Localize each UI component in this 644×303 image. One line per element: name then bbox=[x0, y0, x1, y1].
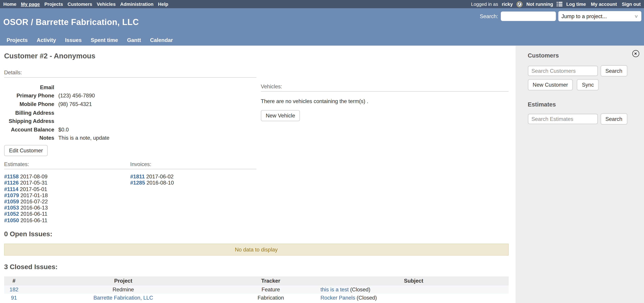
top-menu-left: HomeMy pageProjectsCustomersVehiclesAdmi… bbox=[3, 2, 168, 7]
estimate-item: #1059 2016-07-22 bbox=[4, 198, 130, 204]
logged-in-label: Logged in as bbox=[471, 2, 498, 7]
issue-subject-link[interactable]: Rocker Panels bbox=[320, 294, 355, 301]
top-menu-item-my-account[interactable]: My account bbox=[591, 2, 617, 7]
edit-customer-button[interactable]: Edit Customer bbox=[4, 145, 48, 156]
project-jump-value: Jump to a project... bbox=[562, 13, 607, 19]
invoices-list: #1811 2017-06-02#1285 2016-08-10 bbox=[130, 174, 256, 186]
top-menu-item-log-time[interactable]: Log time bbox=[566, 2, 586, 7]
time-log-list-icon[interactable] bbox=[557, 2, 563, 7]
detail-row: Primary Phone(123) 456-7890 bbox=[4, 92, 256, 100]
application-window: HomeMy pageProjectsCustomersVehiclesAdmi… bbox=[0, 0, 644, 303]
search-customers-input[interactable] bbox=[528, 66, 598, 76]
estimate-link[interactable]: #1053 bbox=[4, 205, 19, 211]
divider bbox=[4, 169, 130, 169]
detail-row: Email bbox=[4, 83, 256, 92]
detail-label: Shipping Address bbox=[4, 118, 58, 124]
invoices-section-label: Invoices: bbox=[130, 161, 256, 168]
detail-label: Mobile Phone bbox=[4, 101, 58, 107]
divider bbox=[261, 91, 508, 92]
issue-row: 182RedmineFeaturethis is a test (Closed) bbox=[4, 285, 508, 294]
top-menu-item-customers[interactable]: Customers bbox=[68, 2, 92, 7]
tab-activity[interactable]: Activity bbox=[32, 35, 60, 46]
tab-projects[interactable]: Projects bbox=[2, 35, 32, 46]
customers-search-row: Search bbox=[528, 66, 639, 76]
estimate-item: #1053 2016-06-13 bbox=[4, 205, 130, 211]
issue-id-link[interactable]: 182 bbox=[10, 286, 18, 292]
issue-id-link[interactable]: 91 bbox=[11, 294, 17, 301]
estimate-item: #1079 2017-01-18 bbox=[4, 192, 130, 198]
sidebar-customers-heading: Customers bbox=[528, 52, 639, 59]
top-menu-item-my-page[interactable]: My page bbox=[21, 2, 40, 7]
invoice-link[interactable]: #1811 bbox=[130, 174, 145, 180]
estimates-search-row: Search bbox=[528, 113, 639, 124]
logged-in-username: ricky bbox=[502, 2, 513, 7]
estimate-item: #1126 2017-05-31 bbox=[4, 180, 130, 186]
sync-button[interactable]: Sync bbox=[577, 79, 599, 90]
detail-row: Shipping Address bbox=[4, 117, 256, 125]
divider bbox=[130, 169, 256, 169]
estimate-link[interactable]: #1158 bbox=[4, 174, 19, 180]
invoices-section: Invoices: #1811 2017-06-02#1285 2016-08-… bbox=[130, 161, 256, 224]
sidebar-estimates-heading: Estimates bbox=[528, 101, 639, 108]
estimate-item: #1052 2016-06-11 bbox=[4, 211, 130, 217]
customers-actions-row: New Customer Sync bbox=[528, 79, 639, 90]
estimate-link[interactable]: #1052 bbox=[4, 211, 19, 217]
new-customer-button[interactable]: New Customer bbox=[528, 79, 573, 90]
tab-spent-time[interactable]: Spent time bbox=[86, 35, 122, 46]
page-title: Customer #2 - Anonymous bbox=[4, 52, 508, 60]
estimate-link[interactable]: #1126 bbox=[4, 180, 19, 186]
closed-issues-heading: 3 Closed Issues: bbox=[4, 263, 508, 271]
detail-value: This is a note, update bbox=[58, 135, 110, 141]
top-menu-item-help[interactable]: Help bbox=[158, 2, 168, 7]
issue-tracker: Feature bbox=[223, 285, 319, 294]
issue-subject-link[interactable]: this is a test bbox=[320, 286, 349, 292]
search-customers-button[interactable]: Search bbox=[600, 66, 627, 76]
estimate-link[interactable]: #1050 bbox=[4, 217, 19, 224]
main-tabs: ProjectsActivityIssuesSpent timeGanttCal… bbox=[2, 35, 177, 46]
tab-calendar[interactable]: Calendar bbox=[146, 35, 177, 46]
estimates-invoices-split: Estimates: #1158 2017-08-09#1126 2017-05… bbox=[4, 161, 256, 224]
tab-issues[interactable]: Issues bbox=[60, 35, 86, 46]
invoice-date: 2017-06-02 bbox=[146, 174, 174, 180]
estimate-date: 2017-05-01 bbox=[20, 186, 47, 192]
search-estimates-button[interactable]: Search bbox=[600, 113, 627, 124]
top-menu-item-home[interactable]: Home bbox=[3, 2, 16, 7]
new-vehicle-button[interactable]: New Vehicle bbox=[261, 110, 300, 121]
column-header-: # bbox=[4, 276, 24, 286]
top-menu-item-sign-out[interactable]: Sign out bbox=[622, 2, 640, 7]
detail-value: (98) 765-4321 bbox=[58, 101, 92, 107]
estimate-link[interactable]: #1059 bbox=[4, 198, 19, 204]
detail-label: Notes bbox=[4, 135, 58, 141]
top-menu-item-vehicles[interactable]: Vehicles bbox=[97, 2, 116, 7]
timer-clock-icon bbox=[516, 1, 523, 7]
details-section: Details: EmailPrimary Phone(123) 456-789… bbox=[4, 70, 256, 224]
closed-issues-table: #ProjectTrackerSubject 182RedmineFeature… bbox=[4, 276, 508, 302]
estimate-item: #1050 2016-06-11 bbox=[4, 217, 130, 224]
invoice-item: #1811 2017-06-02 bbox=[130, 174, 256, 180]
detail-row: NotesThis is a note, update bbox=[4, 134, 256, 142]
close-sidebar-button[interactable]: × bbox=[632, 50, 639, 57]
estimate-link[interactable]: #1079 bbox=[4, 192, 19, 198]
header-search-area: Search: Jump to a project... ∨ bbox=[480, 11, 641, 22]
top-menu-item-projects[interactable]: Projects bbox=[44, 2, 63, 7]
detail-row: Mobile Phone(98) 765-4321 bbox=[4, 100, 256, 108]
estimate-date: 2016-06-11 bbox=[20, 217, 47, 224]
estimate-link[interactable]: #1114 bbox=[4, 186, 18, 192]
content: Customer #2 - Anonymous Details: EmailPr… bbox=[0, 46, 516, 303]
issue-project-link[interactable]: Barrette Fabrication, LLC bbox=[94, 294, 153, 301]
quick-search-input[interactable] bbox=[500, 12, 556, 21]
search-estimates-input[interactable] bbox=[528, 114, 598, 124]
top-menu-bar: HomeMy pageProjectsCustomersVehiclesAdmi… bbox=[0, 0, 644, 8]
detail-label: Account Balance bbox=[4, 126, 58, 133]
invoice-link[interactable]: #1285 bbox=[130, 180, 145, 186]
no-data-banner: No data to display bbox=[4, 244, 508, 256]
detail-row: Billing Address bbox=[4, 108, 256, 117]
estimate-date: 2017-01-18 bbox=[20, 192, 48, 198]
detail-value: $0.0 bbox=[58, 126, 69, 133]
column-header-tracker: Tracker bbox=[223, 276, 319, 286]
estimate-date: 2017-08-09 bbox=[20, 174, 48, 180]
top-menu-item-administration[interactable]: Administration bbox=[120, 2, 154, 7]
tab-gantt[interactable]: Gantt bbox=[122, 35, 146, 46]
details-section-label: Details: bbox=[4, 70, 256, 76]
project-jump-select[interactable]: Jump to a project... ∨ bbox=[558, 11, 641, 22]
